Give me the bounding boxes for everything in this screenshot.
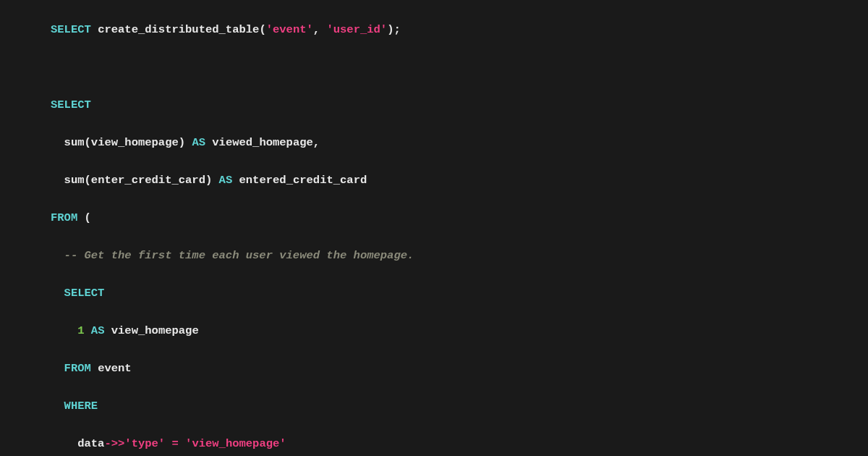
function-name: create_distributed_table — [98, 23, 259, 36]
sql-code-block: SELECT create_distributed_table('event',… — [0, 0, 868, 456]
code-line: 1 AS view_homepage — [51, 321, 817, 340]
code-line: data->>'type' = 'view_homepage' — [51, 434, 817, 453]
code-line: -- Get the first time each user viewed t… — [51, 246, 817, 265]
comment: -- Get the first time each user viewed t… — [64, 249, 414, 262]
code-line: SELECT — [51, 96, 817, 114]
code-line: SELECT — [51, 284, 817, 303]
code-line — [51, 58, 817, 77]
keyword: SELECT — [51, 23, 91, 36]
number-literal: 1 — [77, 324, 84, 337]
code-line: FROM ( — [51, 208, 817, 227]
code-line: FROM event — [51, 359, 817, 378]
code-line: sum(view_homepage) AS viewed_homepage, — [51, 133, 817, 152]
code-line: WHERE — [51, 397, 817, 415]
string-literal: 'user_id' — [326, 23, 387, 36]
operator: ->> — [104, 437, 124, 450]
code-line: SELECT create_distributed_table('event',… — [51, 20, 817, 39]
string-literal: 'event' — [266, 23, 313, 36]
code-line: sum(enter_credit_card) AS entered_credit… — [51, 171, 817, 190]
